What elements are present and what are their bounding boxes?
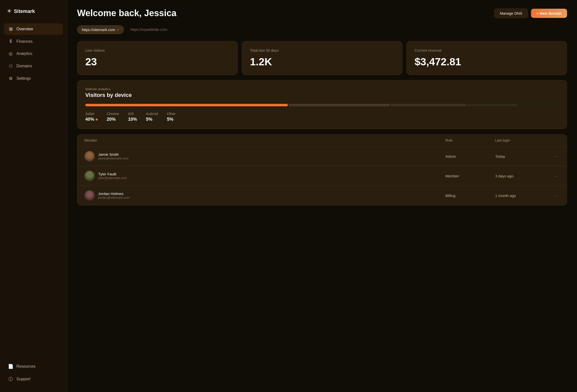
external-link-icon: ↗: [117, 28, 119, 32]
resources-icon: 📄: [8, 364, 13, 369]
device-label-android: Android5%: [146, 112, 158, 122]
analytics-subtitle: Website analytics: [85, 87, 559, 91]
sidebar-item-resources[interactable]: 📄 Resources: [4, 361, 63, 372]
member-email-tyler: tyler@sitemark.com: [98, 176, 127, 180]
members-card: Member Role Last login Jamie Smithjamie@…: [77, 134, 567, 205]
total-30-days-label: Total last 30 days: [250, 48, 394, 52]
device-label-other: Other5%: [167, 112, 176, 122]
device-label-name-other: Other: [167, 112, 176, 116]
sidebar-item-support[interactable]: ⓘ Support: [4, 373, 63, 385]
table-row-jamie: Jamie Smithjamie@sitemark.comAdminToday·…: [77, 147, 567, 166]
member-info-jamie: Jamie Smithjamie@sitemark.com: [84, 151, 445, 161]
header-actions: Manage DNS + New domain: [494, 8, 567, 18]
members-table-body: Jamie Smithjamie@sitemark.comAdminToday·…: [77, 147, 567, 205]
progress-segment-other: [518, 104, 559, 106]
live-visitors-label: Live visitors: [85, 48, 230, 52]
sidebar-label-resources: Resources: [16, 364, 35, 369]
sidebar-label-settings: Settings: [16, 76, 31, 81]
domain-tab-sitemark-label: https://sitemark.com: [82, 28, 115, 32]
domain-tabs: https://sitemark.com ↗ https://mywebsite…: [77, 25, 567, 34]
sidebar-item-domains[interactable]: ⚇ Domains: [4, 60, 63, 72]
stat-live-visitors: Live visitors 23: [77, 41, 238, 75]
device-label-chrome: Chrome20%: [107, 112, 119, 122]
current-revenue-label: Current revenue: [415, 48, 559, 52]
device-label-name-safari: Safari: [85, 112, 98, 116]
progress-segment-safari: [85, 104, 288, 106]
member-text-jordan: Jordan Holmesjordan@sitemark.com: [98, 192, 130, 199]
domain-tab-mywebsite-label: https://mywebsite.com: [130, 27, 167, 32]
logo-text: Sitemark: [14, 8, 35, 14]
device-label-ios: iOS10%: [128, 112, 137, 122]
member-text-tyler: Tyler Faulktyler@sitemark.com: [98, 172, 127, 180]
member-role-jordan: Billing: [445, 194, 495, 198]
member-last-login-jordan: 1 month ago: [495, 194, 545, 198]
device-label-value-android: 5%: [146, 117, 158, 122]
sidebar-label-support: Support: [16, 377, 30, 381]
device-label-name-chrome: Chrome: [107, 112, 119, 116]
domains-icon: ⚇: [8, 63, 13, 69]
analytics-title: Visitors by device: [85, 92, 559, 98]
manage-dns-button[interactable]: Manage DNS: [494, 8, 528, 18]
member-email-jordan: jordan@sitemark.com: [98, 196, 130, 199]
device-label-value-ios: 10%: [128, 117, 137, 122]
col-member: Member: [84, 138, 445, 142]
device-label-value-other: 5%: [167, 117, 176, 122]
page-title: Welcome back, Jessica: [77, 8, 177, 18]
sidebar-item-analytics[interactable]: ◎ Analytics: [4, 48, 63, 59]
member-role-tyler: Member: [445, 174, 495, 178]
sidebar-bottom: 📄 Resources ⓘ Support: [4, 361, 63, 386]
settings-icon: ⚙: [8, 76, 13, 81]
member-name-jordan: Jordan Holmes: [98, 192, 130, 196]
sidebar-item-settings[interactable]: ⚙ Settings: [4, 73, 63, 84]
member-more-button-jordan[interactable]: ···: [552, 192, 560, 199]
member-email-jamie: jamie@sitemark.com: [98, 157, 129, 160]
member-last-login-tyler: 3 days ago: [495, 174, 545, 178]
sidebar-label-analytics: Analytics: [16, 51, 32, 56]
stats-row: Live visitors 23 Total last 30 days 1.2K…: [77, 41, 567, 75]
member-more-button-jamie[interactable]: ···: [552, 153, 560, 160]
support-icon: ⓘ: [8, 376, 13, 382]
page-header: Welcome back, Jessica Manage DNS + New d…: [77, 8, 567, 18]
analytics-card: Website analytics Visitors by device Saf…: [77, 80, 567, 129]
device-progress-bar: [85, 104, 559, 106]
col-last-login: Last login: [495, 138, 545, 142]
sidebar-label-domains: Domains: [16, 64, 32, 68]
device-label-value-safari: 40%: [85, 117, 98, 122]
total-30-days-value: 1.2K: [250, 56, 394, 68]
member-more-button-tyler[interactable]: ···: [552, 172, 560, 180]
progress-segment-chrome: [288, 104, 390, 106]
live-visitors-value: 23: [85, 56, 230, 68]
col-actions: [545, 138, 560, 142]
member-name-tyler: Tyler Faulk: [98, 172, 127, 176]
member-info-tyler: Tyler Faulktyler@sitemark.com: [84, 171, 445, 181]
avatar-jamie: [84, 151, 95, 161]
table-row-tyler: Tyler Faulktyler@sitemark.comMember3 day…: [77, 166, 567, 186]
table-header: Member Role Last login: [77, 134, 567, 147]
member-name-jamie: Jamie Smith: [98, 152, 129, 157]
col-role: Role: [445, 138, 495, 142]
device-label-safari: Safari40%: [85, 112, 98, 122]
stat-current-revenue: Current revenue $3,472.81: [406, 41, 567, 75]
sidebar-label-finances: Finances: [16, 39, 33, 44]
member-text-jamie: Jamie Smithjamie@sitemark.com: [98, 152, 129, 160]
logo: ✳ Sitemark: [4, 6, 63, 16]
analytics-icon: ◎: [8, 51, 13, 56]
sidebar-item-finances[interactable]: $ Finances: [4, 36, 63, 47]
current-revenue-value: $3,472.81: [415, 56, 559, 68]
logo-icon: ✳: [7, 8, 11, 14]
domain-tab-mywebsite[interactable]: https://mywebsite.com: [126, 25, 172, 34]
finances-icon: $: [8, 39, 13, 44]
member-role-jamie: Admin: [445, 154, 495, 158]
table-row-jordan: Jordan Holmesjordan@sitemark.comBilling1…: [77, 186, 567, 205]
stat-total-30-days: Total last 30 days 1.2K: [242, 41, 402, 75]
device-label-name-android: Android: [146, 112, 158, 116]
device-label-value-chrome: 20%: [107, 117, 119, 122]
sidebar-label-overview: Overview: [16, 27, 33, 31]
device-label-name-ios: iOS: [128, 112, 137, 116]
progress-segment-android: [467, 104, 518, 106]
new-domain-button[interactable]: + New domain: [531, 9, 567, 18]
sidebar-item-overview[interactable]: ⊞ Overview: [4, 23, 63, 35]
avatar-tyler: [84, 171, 95, 181]
member-info-jordan: Jordan Holmesjordan@sitemark.com: [84, 190, 445, 201]
domain-tab-sitemark[interactable]: https://sitemark.com ↗: [77, 25, 124, 34]
